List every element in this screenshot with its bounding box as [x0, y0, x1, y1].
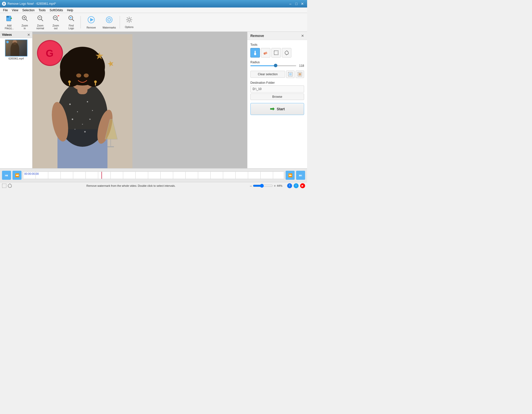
options-label: Options	[125, 26, 133, 28]
svg-line-31	[131, 21, 131, 22]
radius-slider[interactable]	[250, 65, 296, 66]
svg-point-62	[92, 110, 93, 111]
svg-point-66	[74, 129, 75, 130]
youtube-icon[interactable]: ▶	[300, 183, 305, 188]
add-files-button[interactable]: AddFile(s)...	[2, 14, 16, 30]
fast-forward-button[interactable]: ⏭	[296, 171, 305, 180]
browse-button[interactable]: Browse	[250, 94, 304, 100]
zoom-in-button[interactable]: Zoomin	[17, 14, 32, 30]
svg-point-47	[84, 74, 89, 78]
timeline-track[interactable]: 00:00:00.00	[23, 172, 284, 179]
svg-line-30	[127, 18, 128, 18]
toolbar: AddFile(s)... Zoomin Zoomnormal	[0, 13, 307, 32]
videos-panel: Videos ✕ 6265961.mp4	[0, 32, 32, 168]
status-message: Remove watermark from the whole video. D…	[12, 184, 250, 187]
destination-path-input[interactable]	[250, 86, 304, 92]
rewind-button[interactable]: ⏮	[2, 171, 11, 180]
thumb-person	[10, 42, 19, 56]
right-panel-header: Remove ✕	[247, 32, 307, 40]
app-icon: R	[2, 2, 6, 6]
menu-bar: File View Selection Tools SoftOrbits Hel…	[0, 8, 307, 13]
right-panel: Remove ✕ Tools	[247, 32, 307, 168]
tool-rect-select-button[interactable]	[271, 48, 281, 58]
radius-row: 118	[250, 64, 304, 68]
svg-rect-49	[69, 82, 70, 86]
watermarks-button[interactable]: Watermarks	[101, 14, 118, 30]
videos-header: Videos ✕	[0, 32, 32, 38]
next-frame-button[interactable]: ⏩	[286, 171, 295, 180]
menu-tools[interactable]: Tools	[37, 8, 48, 12]
menu-view[interactable]: View	[10, 8, 20, 12]
tools-section: Tools	[250, 43, 304, 58]
start-label: Start	[277, 107, 285, 111]
video-item[interactable]: 6265961.mp4	[0, 38, 32, 62]
zoom-out-button[interactable]: - Zoomout	[48, 14, 63, 30]
svg-point-65	[89, 119, 91, 120]
expand-selection-button[interactable]	[296, 70, 304, 78]
svg-point-69	[254, 53, 256, 55]
fit-selection-button[interactable]	[286, 70, 295, 78]
remove-label: Remove	[86, 26, 96, 29]
svg-rect-52	[110, 139, 111, 147]
timeline-playhead	[101, 172, 102, 179]
tool-brush-button[interactable]	[250, 48, 260, 58]
zoom-normal-icon	[37, 15, 44, 24]
add-files-icon	[6, 15, 13, 24]
zoom-normal-label: Zoomnormal	[36, 24, 44, 30]
right-panel-body: Tools	[247, 40, 307, 118]
lasso-mode-icon	[7, 184, 12, 188]
timeline-time-display: 00:00:00.00	[24, 172, 39, 175]
options-icon	[126, 16, 133, 25]
videos-panel-close[interactable]: ✕	[27, 33, 30, 37]
clear-selection-button[interactable]: Clear selection	[250, 71, 285, 78]
video-frame-svg: ★ ★ G	[32, 34, 132, 168]
timeline: ⏮ ⏪ 00:00:00.00 ⏩ ⏭	[0, 168, 307, 182]
find-logo-icon	[68, 15, 75, 24]
selection-mode-icon	[2, 184, 6, 188]
twitter-icon[interactable]: t	[294, 183, 299, 188]
window-title: Remove Logo Now! - 6265961.mp4*	[7, 2, 56, 6]
zoom-slider[interactable]	[253, 184, 273, 188]
svg-point-64	[82, 124, 83, 125]
zoom-in-status-button[interactable]: +	[274, 184, 276, 188]
find-logo-button[interactable]: FindLogo	[64, 14, 78, 30]
radius-label: Radius	[250, 60, 304, 64]
svg-rect-1	[6, 16, 9, 18]
right-panel-close-button[interactable]: ✕	[301, 34, 304, 38]
svg-line-32	[131, 18, 131, 18]
remove-button[interactable]: Remove	[83, 14, 100, 30]
tool-eraser-button[interactable]	[261, 48, 270, 58]
destination-folder-label: Destination Folder	[250, 81, 304, 84]
add-files-label: AddFile(s)...	[5, 24, 14, 30]
zoom-out-status-button[interactable]: –	[250, 184, 252, 188]
radius-section: Radius 118	[250, 60, 304, 68]
video-thumbnail	[5, 40, 27, 56]
close-button[interactable]: ✕	[300, 1, 305, 6]
video-file-name: 6265961.mp4	[8, 57, 24, 60]
remove-icon	[87, 16, 95, 26]
status-bar-right: – + 44% f t ▶	[250, 183, 305, 188]
start-button[interactable]: ➡ Start	[250, 103, 304, 115]
svg-point-17	[70, 17, 71, 18]
toolbar-separator-2	[120, 16, 120, 28]
canvas-area[interactable]: ★ ★ G	[32, 32, 247, 168]
prev-frame-button[interactable]: ⏪	[12, 171, 21, 180]
svg-line-33	[127, 21, 128, 22]
options-button[interactable]: Options	[122, 14, 136, 30]
thumb-indicator	[6, 41, 9, 43]
status-bar-left	[2, 184, 12, 188]
maximize-button[interactable]: □	[294, 1, 299, 6]
zoom-in-label: Zoomin	[21, 24, 28, 30]
svg-point-67	[84, 131, 86, 132]
menu-selection[interactable]: Selection	[20, 8, 36, 12]
zoom-normal-button[interactable]: Zoomnormal	[33, 14, 47, 30]
window-controls: – □ ✕	[288, 1, 305, 6]
tool-lasso-button[interactable]	[282, 48, 291, 58]
menu-file[interactable]: File	[1, 8, 10, 12]
video-canvas: ★ ★ G	[32, 34, 132, 168]
minimize-button[interactable]: –	[288, 1, 293, 6]
menu-softorbits[interactable]: SoftOrbits	[48, 8, 65, 12]
facebook-icon[interactable]: f	[287, 183, 292, 188]
menu-help[interactable]: Help	[65, 8, 75, 12]
watermarks-label: Watermarks	[102, 26, 116, 29]
